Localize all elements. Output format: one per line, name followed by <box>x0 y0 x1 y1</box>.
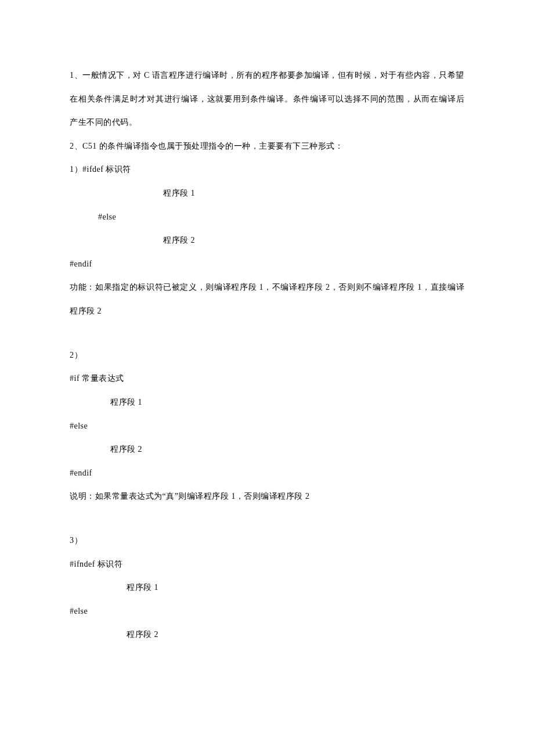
paragraph-3: 1）#ifdef 标识符 <box>70 158 464 182</box>
document-page: 1、一般情况下，对 C 语言程序进行编译时，所有的程序都要参加编译，但有时候，对… <box>0 0 534 682</box>
paragraph-17: #ifndef 标识符 <box>70 553 464 577</box>
paragraph-2: 2、C51 的条件编译指令也属于预处理指令的一种，主要要有下三种形式： <box>70 135 464 159</box>
paragraph-16: 3） <box>70 529 464 553</box>
spacer <box>70 323 464 344</box>
paragraph-8: 功能：如果指定的标识符已被定义，则编译程序段 1，不编译程序段 2，否则则不编译… <box>70 276 464 323</box>
paragraph-10: #if 常量表达式 <box>70 367 464 391</box>
paragraph-13: 程序段 2 <box>70 438 464 462</box>
paragraph-9: 2） <box>70 344 464 368</box>
paragraph-4: 程序段 1 <box>70 182 464 206</box>
paragraph-5: #else <box>70 206 464 229</box>
paragraph-15: 说明：如果常量表达式为“真”则编译程序段 1，否则编译程序段 2 <box>70 485 464 509</box>
paragraph-1: 1、一般情况下，对 C 语言程序进行编译时，所有的程序都要参加编译，但有时候，对… <box>70 64 464 135</box>
paragraph-12: #else <box>70 415 464 438</box>
paragraph-18: 程序段 1 <box>70 576 464 600</box>
paragraph-20: 程序段 2 <box>70 623 464 647</box>
paragraph-7: #endif <box>70 253 464 276</box>
paragraph-11: 程序段 1 <box>70 391 464 415</box>
paragraph-6: 程序段 2 <box>70 229 464 253</box>
spacer <box>70 509 464 529</box>
paragraph-14: #endif <box>70 462 464 485</box>
paragraph-19: #else <box>70 600 464 624</box>
